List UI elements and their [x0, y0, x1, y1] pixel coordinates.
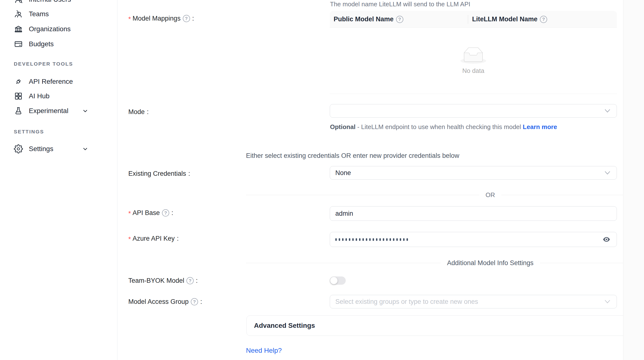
api-base-input[interactable]: admin	[330, 206, 617, 221]
page-background-strip	[623, 0, 644, 360]
plug-icon	[14, 77, 23, 86]
or-divider: OR	[246, 191, 644, 199]
help-icon[interactable]: ?	[191, 298, 198, 305]
bank-icon	[14, 24, 23, 34]
sidebar-item-teams[interactable]: Teams	[0, 6, 118, 22]
column-divider	[468, 15, 468, 24]
existing-credentials-select[interactable]: None	[330, 166, 617, 180]
eye-icon[interactable]	[602, 235, 611, 244]
model-access-group-label: Model Access Group ? :	[128, 298, 202, 306]
chevron-down-icon	[82, 146, 88, 152]
sidebar-item-label: Experimental	[29, 107, 68, 115]
sidebar: Internal Users Teams Organizations Budge…	[0, 0, 118, 360]
advanced-settings-panel[interactable]: Advanced Settings	[246, 316, 644, 336]
sidebar-item-api-reference[interactable]: API Reference	[0, 74, 118, 89]
sidebar-item-label: Settings	[29, 145, 53, 153]
chevron-down-icon	[604, 109, 610, 113]
help-icon[interactable]: ?	[540, 16, 547, 23]
required-asterisk: *	[128, 210, 131, 218]
chevron-down-icon	[82, 108, 88, 114]
mode-label: Mode :	[128, 108, 149, 116]
model-mappings-label: * Model Mappings ? :	[128, 15, 194, 22]
help-icon[interactable]: ?	[396, 16, 403, 23]
model-access-group-select[interactable]: Select existing groups or type to create…	[330, 295, 617, 308]
toggle-knob	[330, 277, 338, 284]
sidebar-item-label: Budgets	[29, 40, 54, 48]
sidebar-item-label: Organizations	[29, 25, 71, 33]
table-empty-state: No data	[330, 28, 617, 94]
team-byok-label: Team-BYOK Model ? :	[128, 277, 198, 284]
chevron-down-icon	[604, 300, 610, 304]
credit-card-icon	[14, 40, 23, 49]
sidebar-item-label: Teams	[29, 10, 49, 18]
existing-credentials-label: Existing Credentials :	[128, 170, 190, 178]
empty-inbox-icon	[460, 47, 486, 64]
sidebar-section-developer-tools: DEVELOPER TOOLS	[14, 61, 73, 67]
mode-select[interactable]	[330, 104, 617, 118]
chevron-down-icon	[604, 171, 610, 175]
help-icon[interactable]: ?	[162, 209, 169, 216]
model-mappings-table: Public Model Name ? LiteLLM Model Name ?	[330, 11, 617, 94]
users-icon	[14, 10, 23, 19]
azure-api-key-label: * Azure API Key :	[128, 235, 179, 242]
sidebar-item-internal-users[interactable]: Internal Users	[0, 0, 118, 7]
sidebar-item-experimental[interactable]: Experimental	[0, 104, 118, 118]
help-icon[interactable]: ?	[183, 15, 190, 22]
sidebar-item-budgets[interactable]: Budgets	[0, 36, 118, 52]
column-header-public-model-name: Public Model Name ?	[330, 11, 468, 28]
sidebar-section-settings: SETTINGS	[14, 129, 44, 134]
mode-helper-text: Optional - LiteLLM endpoint to use when …	[330, 122, 560, 132]
required-asterisk: *	[128, 236, 131, 243]
password-dots	[335, 238, 408, 241]
user-icon	[14, 0, 23, 4]
additional-settings-divider: Additional Model Info Settings	[246, 259, 644, 267]
sidebar-item-settings[interactable]: Settings	[0, 142, 118, 156]
sidebar-item-label: AI Hub	[29, 92, 50, 100]
gear-icon	[14, 144, 23, 154]
add-model-form: The model name LiteLLM will send to the …	[118, 0, 623, 360]
required-asterisk: *	[128, 16, 131, 23]
help-icon[interactable]: ?	[186, 277, 194, 284]
grid-icon	[14, 92, 23, 101]
column-header-litellm-model-name: LiteLLM Model Name ?	[468, 11, 547, 28]
api-base-label: * API Base ? :	[128, 209, 173, 217]
team-byok-toggle[interactable]	[330, 276, 346, 285]
sidebar-item-label: API Reference	[29, 78, 73, 86]
flask-icon	[14, 106, 23, 116]
learn-more-link[interactable]: Learn more	[523, 123, 557, 130]
azure-api-key-input[interactable]	[330, 232, 617, 247]
sidebar-item-organizations[interactable]: Organizations	[0, 22, 118, 36]
table-header-row: Public Model Name ? LiteLLM Model Name ?	[330, 11, 617, 28]
add-model-page: Internal Users Teams Organizations Budge…	[0, 0, 644, 360]
model-name-helper-text: The model name LiteLLM will send to the …	[330, 0, 470, 8]
need-help-link[interactable]: Need Help?	[246, 347, 282, 354]
no-data-text: No data	[462, 67, 484, 74]
credentials-note: Either select existing credentials OR en…	[246, 152, 459, 160]
sidebar-item-ai-hub[interactable]: AI Hub	[0, 88, 118, 104]
sidebar-item-label: Internal Users	[29, 0, 71, 4]
